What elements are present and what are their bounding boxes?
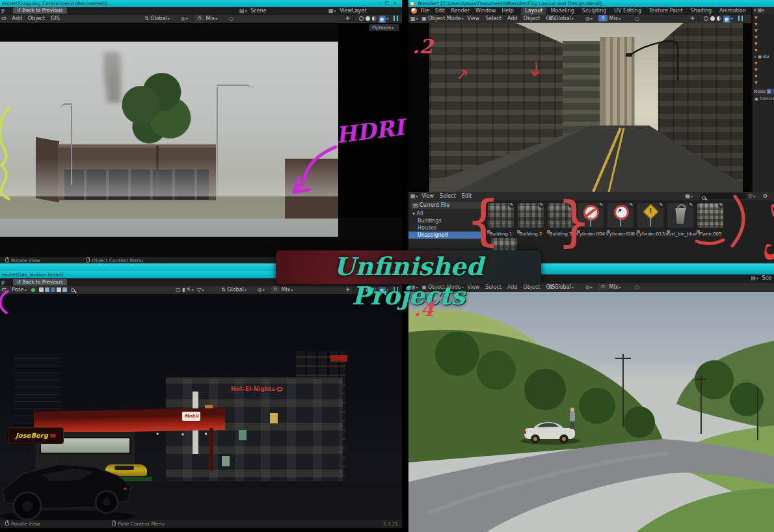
menu-edit[interactable]: Edit (435, 8, 446, 14)
filter-icon[interactable]: ▽▾ (749, 192, 757, 200)
outliner-mesh-item[interactable]: ▼ (753, 27, 774, 34)
back-to-previous-button[interactable]: ↺ Back to Previous (13, 7, 67, 14)
menu-render[interactable]: Render (451, 8, 469, 14)
outliner-item-centre[interactable]: ▣ Centre (753, 96, 774, 102)
menu-edit[interactable]: Edit (462, 193, 472, 199)
snap-dropdown[interactable]: ∩ Mix▾ (195, 15, 219, 23)
solid-shading-icon[interactable] (366, 16, 370, 21)
menu-view[interactable]: View (421, 193, 434, 199)
asset-item-dust-bin-blue[interactable]: ✎dust_bin_blue (665, 203, 695, 268)
workspace-tab-sculpting[interactable]: Sculpting (578, 7, 610, 15)
back-to-previous-button[interactable]: ↺ Back to Previous (13, 279, 67, 286)
close-button[interactable]: × (393, 1, 401, 6)
workspace-tab-texture-paint[interactable]: Texture Paint (645, 7, 687, 15)
tool-icon[interactable] (45, 287, 49, 292)
mode-dropdown[interactable]: ▣ Object Mode▾ (421, 16, 466, 21)
proportional-edit-icon[interactable]: ○ (229, 15, 234, 23)
menu-gis[interactable]: GIS (51, 16, 60, 21)
asset-thumbnail[interactable]: ✎ (578, 203, 604, 228)
menu-object[interactable]: Object (28, 16, 45, 21)
outliner-mesh-item[interactable]: ▼ (753, 21, 774, 27)
gear-icon[interactable]: ⚙ (763, 192, 767, 200)
snap-dropdown[interactable]: ∩ Mix▾ (598, 15, 622, 23)
solid-shading-icon[interactable] (710, 16, 715, 21)
menu-window[interactable]: Window (475, 8, 496, 14)
blender-logo-icon[interactable] (411, 8, 417, 14)
workspace-tab-animation[interactable]: Animation (715, 7, 750, 15)
wireframe-shading-icon[interactable] (359, 16, 364, 21)
tool-icon[interactable] (57, 287, 61, 292)
asset-thumbnail[interactable]: ✎ (607, 203, 634, 228)
viewport-gas-station[interactable]: Hot-El-Nights Mobil JoseBerg (0, 294, 402, 520)
tool-icon[interactable] (62, 287, 67, 292)
material-shading-icon[interactable] (372, 16, 377, 21)
proportional-edit-icon[interactable]: ○ (635, 15, 639, 23)
snap-dropdown[interactable]: ∩ Mix▾ (598, 283, 622, 292)
viewport-country-road[interactable] (408, 292, 774, 532)
pivot-dropdown[interactable]: ◎▾ (258, 286, 267, 294)
orientation-dropdown[interactable]: ⇅ Global▾ (144, 15, 172, 23)
outliner-mesh-item[interactable]: ▼ (753, 73, 774, 79)
editor-type-icon[interactable]: ▦▾ (410, 193, 420, 199)
asset-item-cylinder-008[interactable]: ✎Cylinder.008 (606, 203, 635, 268)
menu-add[interactable]: Add (507, 16, 518, 21)
tool-icon[interactable] (51, 287, 55, 292)
asset-thumbnail[interactable]: ✎ (518, 203, 544, 228)
workspace-tab-shading[interactable]: Shading (687, 7, 716, 15)
orientation-dropdown[interactable]: ⇅ Global▾ (221, 286, 248, 294)
bookmark-icon[interactable]: ▮ (182, 287, 185, 293)
editor-type-icon[interactable]: ▦▾ (410, 16, 420, 21)
catalog-unassigned[interactable]: Unassigned (408, 232, 485, 239)
asset-thumbnail[interactable]: ✎ (637, 203, 663, 228)
transform-icon[interactable]: ⇱▾ (187, 287, 196, 293)
pause-icon[interactable] (738, 16, 743, 21)
catalog-buildings[interactable]: Buildings (408, 217, 485, 224)
outliner-mesh-item[interactable]: ▼ (753, 34, 774, 40)
outliner-panel[interactable]: ▾ ▦▾ ▼▼▼▼▼▼▸ ▦ Bu▼▼▼▼ Node✓Us ▣ Centre (751, 7, 774, 192)
filter-icon[interactable]: ▽▾ (197, 287, 206, 293)
proportional-edit-icon[interactable]: ○ (635, 283, 639, 292)
viewlayer-selector[interactable]: ▦▾ ViewLayer (328, 7, 366, 15)
workspace-tab-layout[interactable]: Layout (521, 7, 546, 15)
asset-thumbnail[interactable]: ✎ (697, 203, 723, 228)
minimize-button[interactable]: – (379, 1, 385, 6)
asset-item-cylinder-013[interactable]: ✎Cylinder.013 (635, 203, 665, 268)
outliner-mesh-item[interactable]: ▼ (753, 79, 774, 86)
maximize-button[interactable]: □ (385, 1, 394, 6)
menu-select[interactable]: Select (485, 16, 501, 21)
scene-selector[interactable]: ▤▾ Scene (239, 7, 267, 15)
viewport-shopping-centre[interactable] (0, 23, 402, 257)
asset-thumbnail[interactable]: ✎ (488, 203, 514, 228)
workspace-tab-modeling[interactable]: Modeling (546, 7, 578, 15)
orientation-dropdown[interactable]: ⇅ Global▾ (548, 15, 576, 23)
outliner-filter-icons[interactable]: ▾ ▦▾ (753, 7, 774, 14)
scene-selector[interactable]: ▤▾ Sce (751, 273, 771, 283)
menu-ct[interactable]: ct (1, 16, 7, 21)
expand-icon[interactable]: ▸ (754, 54, 756, 59)
pause-icon[interactable] (394, 16, 398, 21)
gizmo-icon[interactable]: ✛ (345, 16, 350, 21)
mode-dropdown[interactable]: Pose▾ (12, 287, 29, 293)
outliner-collection-item[interactable]: ▸ ▦ Bu (753, 53, 774, 60)
titlebar-city-layout[interactable]: Blender* [C:\Users\Asus\Documents\Blende… (408, 0, 774, 7)
pivot-dropdown[interactable]: ◎▾ (585, 283, 594, 292)
menu-select[interactable]: Select (440, 193, 456, 199)
use-nodes-checkbox[interactable]: ✓ (767, 89, 771, 94)
display-settings-icon[interactable]: ▦▾ (685, 192, 695, 200)
gizmo-icon[interactable]: ✛ (690, 16, 695, 21)
outliner-mesh-item[interactable]: ▼ (753, 14, 774, 21)
outliner-mesh-item[interactable]: ▼ (753, 40, 774, 47)
select-box-icon[interactable]: ▢ (176, 287, 181, 293)
menu-object[interactable]: Object (523, 16, 540, 21)
menu-help[interactable]: Help (501, 8, 513, 14)
menu-add[interactable]: Add (12, 16, 23, 21)
outliner-mesh-item[interactable]: ▼ (753, 60, 774, 66)
menu-view[interactable]: View (467, 16, 479, 21)
asset-item-cylinder-004[interactable]: ✎Cylinder.004 (576, 203, 606, 268)
options-dropdown[interactable]: Options▾ (369, 24, 399, 31)
outliner-mesh-item[interactable]: ▼ (753, 66, 774, 73)
tool-icon[interactable] (39, 287, 44, 292)
asset-item-building-3[interactable]: ✎Building 3 (546, 203, 576, 268)
search-icon[interactable] (71, 288, 75, 292)
asset-thumbnail[interactable]: ✎ (548, 203, 574, 228)
